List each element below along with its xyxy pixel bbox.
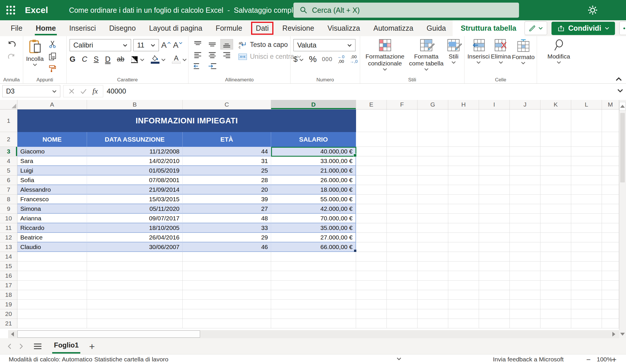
document-title[interactable]: Come ordinare i dati in un foglio di cal… bbox=[69, 6, 223, 14]
align-middle-button[interactable] bbox=[206, 39, 219, 50]
sheet-tab-foglio1[interactable]: Foglio1 bbox=[52, 339, 80, 354]
cell-C18[interactable] bbox=[183, 290, 271, 300]
cell-H3[interactable] bbox=[448, 147, 479, 156]
cell-H21[interactable] bbox=[448, 319, 479, 328]
tab-disegno[interactable]: Disegno bbox=[102, 20, 142, 36]
cell-D21[interactable] bbox=[271, 319, 356, 328]
row-header-21[interactable]: 21 bbox=[0, 319, 17, 328]
cell-F8[interactable] bbox=[387, 195, 418, 204]
send-feedback-link[interactable]: Invia feedback a Microsoft bbox=[493, 356, 564, 363]
cell-K1[interactable] bbox=[540, 109, 571, 132]
number-format-select[interactable]: Valuta bbox=[293, 39, 355, 51]
cell-J21[interactable] bbox=[510, 319, 540, 328]
cell-K3[interactable] bbox=[540, 147, 571, 156]
cell-G5[interactable] bbox=[418, 166, 448, 175]
cell-F3[interactable] bbox=[387, 147, 418, 156]
cell-M20[interactable] bbox=[602, 309, 619, 319]
cell-M1[interactable] bbox=[602, 109, 619, 132]
cell-F10[interactable] bbox=[387, 214, 418, 223]
cell-J7[interactable] bbox=[510, 185, 540, 195]
cell-F11[interactable] bbox=[387, 223, 418, 233]
select-all-corner[interactable] bbox=[0, 100, 17, 109]
tab-layout-di-pagina[interactable]: Layout di pagina bbox=[142, 20, 209, 36]
cell-A2-header[interactable]: NOME bbox=[17, 132, 87, 147]
row-header-15[interactable]: 15 bbox=[0, 261, 17, 271]
cell-styles-button[interactable]: Stili bbox=[446, 39, 461, 64]
currency-format-button[interactable]: $ bbox=[293, 55, 304, 64]
cell-C5[interactable]: 25 bbox=[183, 166, 271, 175]
cell-I5[interactable] bbox=[479, 166, 510, 175]
cell-L13[interactable] bbox=[571, 242, 602, 252]
cell-B13[interactable]: 30/06/2007 bbox=[87, 242, 183, 252]
insert-cells-button[interactable]: Inserisci bbox=[467, 39, 490, 64]
cell-M7[interactable] bbox=[602, 185, 619, 195]
redo-button[interactable] bbox=[8, 53, 16, 60]
cell-K7[interactable] bbox=[540, 185, 571, 195]
cell-E8[interactable] bbox=[356, 195, 387, 204]
tab-dati-highlighted[interactable]: Dati bbox=[251, 22, 273, 35]
tab-revisione[interactable]: Revisione bbox=[276, 20, 321, 36]
cell-M18[interactable] bbox=[602, 290, 619, 300]
align-center-button[interactable] bbox=[206, 50, 219, 61]
cell-I18[interactable] bbox=[479, 290, 510, 300]
cell-I8[interactable] bbox=[479, 195, 510, 204]
cell-D4[interactable]: 33.000,00 € bbox=[271, 156, 356, 166]
cell-K18[interactable] bbox=[540, 290, 571, 300]
vertical-scrollbar-thumb[interactable] bbox=[620, 113, 625, 182]
cell-G6[interactable] bbox=[418, 175, 448, 185]
cell-B15[interactable] bbox=[87, 261, 183, 271]
cell-E10[interactable] bbox=[356, 214, 387, 223]
cell-F5[interactable] bbox=[387, 166, 418, 175]
row-header-13[interactable]: 13 bbox=[0, 242, 17, 252]
confirm-entry-check-icon[interactable] bbox=[80, 89, 87, 94]
cell-J19[interactable] bbox=[510, 300, 540, 309]
cell-M14[interactable] bbox=[602, 252, 619, 261]
scroll-left-arrow[interactable] bbox=[9, 330, 16, 338]
cell-M17[interactable] bbox=[602, 281, 619, 290]
strikethrough-button[interactable]: ab bbox=[117, 55, 124, 63]
cell-M12[interactable] bbox=[602, 233, 619, 242]
cell-L11[interactable] bbox=[571, 223, 602, 233]
cell-K6[interactable] bbox=[540, 175, 571, 185]
cell-M11[interactable] bbox=[602, 223, 619, 233]
cell-G2[interactable] bbox=[418, 132, 448, 147]
cell-D15[interactable] bbox=[271, 261, 356, 271]
cell-A11[interactable]: Riccardo bbox=[17, 223, 87, 233]
cell-J2[interactable] bbox=[510, 132, 540, 147]
cell-D17[interactable] bbox=[271, 281, 356, 290]
cell-M3[interactable] bbox=[602, 147, 619, 156]
cell-L14[interactable] bbox=[571, 252, 602, 261]
font-name-select[interactable]: Calibri bbox=[70, 39, 131, 51]
cell-J5[interactable] bbox=[510, 166, 540, 175]
format-as-table-button[interactable]: Formatta come tabella bbox=[409, 39, 444, 71]
cell-H18[interactable] bbox=[448, 290, 479, 300]
column-header-K[interactable]: K bbox=[540, 100, 571, 109]
cell-G9[interactable] bbox=[418, 204, 448, 214]
cell-J18[interactable] bbox=[510, 290, 540, 300]
cell-I14[interactable] bbox=[479, 252, 510, 261]
cell-H1[interactable] bbox=[448, 109, 479, 132]
cell-K2[interactable] bbox=[540, 132, 571, 147]
cell-A7[interactable]: Alessandro bbox=[17, 185, 87, 195]
cell-A15[interactable] bbox=[17, 261, 87, 271]
cell-D18[interactable] bbox=[271, 290, 356, 300]
cell-E18[interactable] bbox=[356, 290, 387, 300]
row-header-9[interactable]: 9 bbox=[0, 204, 17, 214]
cell-J9[interactable] bbox=[510, 204, 540, 214]
column-header-M[interactable]: M bbox=[602, 100, 619, 109]
cell-E13[interactable] bbox=[356, 242, 387, 252]
cell-D10[interactable]: 70.000,00 € bbox=[271, 214, 356, 223]
delete-cells-button[interactable]: Elimina bbox=[491, 39, 511, 64]
formula-input[interactable]: 40000 bbox=[107, 85, 614, 97]
cell-D16[interactable] bbox=[271, 271, 356, 281]
cell-G3[interactable] bbox=[418, 147, 448, 156]
cell-F19[interactable] bbox=[387, 300, 418, 309]
column-header-H[interactable]: H bbox=[448, 100, 479, 109]
cell-G19[interactable] bbox=[418, 300, 448, 309]
editing-mode-pen-button[interactable] bbox=[525, 21, 547, 35]
tab-visualizza[interactable]: Visualizza bbox=[321, 20, 367, 36]
cell-C16[interactable] bbox=[183, 271, 271, 281]
cell-F7[interactable] bbox=[387, 185, 418, 195]
cell-A9[interactable]: Simona bbox=[17, 204, 87, 214]
cell-H20[interactable] bbox=[448, 309, 479, 319]
